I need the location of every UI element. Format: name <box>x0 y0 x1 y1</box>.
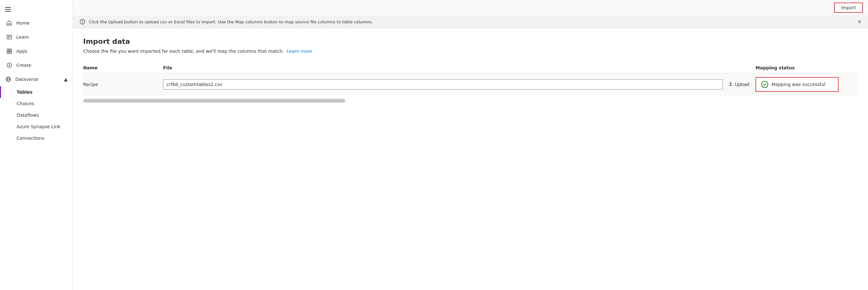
topbar: Import <box>73 0 868 15</box>
table-header: Name File Mapping status <box>83 63 858 73</box>
learn-more-link[interactable]: Learn more <box>287 49 312 54</box>
header-file: File <box>163 65 755 70</box>
sidebar-item-dataflows[interactable]: Dataflows <box>0 109 72 121</box>
svg-point-9 <box>82 21 83 21</box>
file-input[interactable] <box>163 79 723 90</box>
sidebar-item-connections[interactable]: Connections <box>0 132 72 144</box>
hamburger-button[interactable] <box>0 0 72 16</box>
horizontal-scrollbar[interactable] <box>83 99 345 103</box>
svg-rect-4 <box>9 52 11 54</box>
sidebar-item-home[interactable]: Home <box>0 16 72 30</box>
header-name: Name <box>83 65 163 70</box>
home-icon <box>6 20 12 26</box>
sidebar-item-apps[interactable]: Apps <box>0 44 72 58</box>
sidebar-dataverse-toggle[interactable]: Dataverse ▲ <box>0 72 72 86</box>
success-icon <box>761 81 768 88</box>
row-mapping-status-cell: Mapping was successful <box>755 77 858 92</box>
subtitle-text: Choose the file you want imported for ea… <box>83 49 284 54</box>
table-row: Recipe Upload <box>83 73 858 96</box>
import-table: Name File Mapping status Recipe <box>83 63 858 103</box>
sidebar-apps-label: Apps <box>16 49 28 54</box>
choices-label: Choices <box>17 101 34 106</box>
svg-rect-0 <box>7 35 11 39</box>
sidebar-dataverse-label: Dataverse <box>16 77 38 82</box>
create-icon <box>6 62 12 68</box>
apps-icon <box>6 48 12 54</box>
info-banner: Click the Upload button to upload csv or… <box>73 15 868 28</box>
mapping-status-text: Mapping was successful <box>771 82 826 87</box>
info-icon <box>79 19 86 25</box>
sidebar-item-create[interactable]: Create <box>0 58 72 72</box>
learn-icon <box>6 34 12 40</box>
info-banner-message: Click the Upload button to upload csv or… <box>89 20 373 24</box>
azure-synapse-label: Azure Synapse Link <box>17 124 60 129</box>
sidebar: Home Learn Apps Create <box>0 0 73 290</box>
sidebar-learn-label: Learn <box>16 35 29 40</box>
info-banner-close[interactable]: ✕ <box>858 19 862 25</box>
sidebar-item-learn[interactable]: Learn <box>0 30 72 44</box>
upload-icon <box>728 82 733 88</box>
upload-label: Upload <box>735 82 749 87</box>
sidebar-item-azure-synapse[interactable]: Azure Synapse Link <box>0 121 72 132</box>
page-title: Import data <box>83 37 858 45</box>
upload-button[interactable]: Upload <box>725 80 752 89</box>
page-content: Import data Choose the file you want imp… <box>73 28 868 290</box>
main-content: Import Click the Upload button to upload… <box>73 0 868 290</box>
svg-rect-1 <box>7 49 9 51</box>
dataflows-label: Dataflows <box>17 112 39 118</box>
tables-label: Tables <box>17 90 33 95</box>
sidebar-item-tables[interactable]: Tables <box>0 86 72 98</box>
import-button[interactable]: Import <box>834 3 863 13</box>
sidebar-create-label: Create <box>16 63 31 68</box>
sidebar-home-label: Home <box>16 21 29 26</box>
dataverse-chevron: ▲ <box>64 77 67 82</box>
mapping-status-box: Mapping was successful <box>755 77 839 92</box>
svg-rect-2 <box>9 49 11 51</box>
row-file-cell: Upload <box>163 79 755 90</box>
row-name: Recipe <box>83 82 163 87</box>
svg-rect-3 <box>7 52 9 54</box>
page-subtitle: Choose the file you want imported for ea… <box>83 49 858 54</box>
sidebar-item-choices[interactable]: Choices <box>0 98 72 109</box>
header-mapping-status: Mapping status <box>755 65 858 70</box>
dataverse-icon <box>5 76 11 83</box>
connections-label: Connections <box>17 135 44 141</box>
